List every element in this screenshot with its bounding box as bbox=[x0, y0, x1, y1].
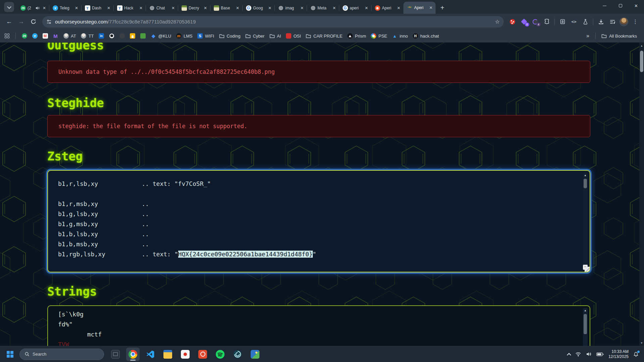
bookmark-item[interactable] bbox=[128, 32, 138, 40]
bookmark-item[interactable]: Hhack.chat bbox=[410, 32, 441, 40]
devtools-code-icon[interactable]: <> bbox=[568, 16, 579, 27]
reading-mode-icon[interactable] bbox=[557, 16, 568, 27]
strings-scrollbar[interactable]: ▲ bbox=[583, 308, 588, 346]
tab-close-icon[interactable]: ✕ bbox=[332, 5, 337, 11]
notification-bell-icon[interactable] bbox=[633, 352, 639, 357]
bookmark-item[interactable]: Prism bbox=[345, 32, 368, 40]
tab-close-icon[interactable]: ✕ bbox=[364, 5, 369, 11]
browser-tab[interactable]: Aperi✕ bbox=[371, 2, 403, 14]
browser-tab[interactable]: THack✕ bbox=[113, 2, 146, 14]
extensions-puzzle-icon[interactable] bbox=[541, 16, 552, 27]
bookmark-item[interactable]: Cyber bbox=[243, 32, 267, 40]
scroll-up-icon[interactable]: ▲ bbox=[583, 173, 588, 178]
resize-grip[interactable] bbox=[585, 267, 590, 272]
back-button[interactable]: ← bbox=[3, 16, 15, 28]
bookmark-item[interactable]: 29 bbox=[19, 32, 30, 40]
downloads-icon[interactable] bbox=[596, 16, 606, 27]
tab-search-button[interactable] bbox=[4, 2, 14, 12]
bookmark-item[interactable]: OSI bbox=[283, 32, 303, 40]
tab-close-icon[interactable]: ✕ bbox=[235, 5, 240, 11]
bookmark-star-icon[interactable]: ☆ bbox=[495, 18, 500, 25]
tab-close-icon[interactable]: ✕ bbox=[170, 5, 176, 11]
scrollbar-thumb[interactable] bbox=[584, 314, 587, 334]
profile-avatar[interactable] bbox=[618, 16, 629, 27]
wifi-icon[interactable] bbox=[575, 352, 581, 357]
taskbar-search[interactable]: Search bbox=[19, 349, 104, 360]
menu-kebab-icon[interactable]: ⋮ bbox=[630, 16, 641, 27]
browser-tab[interactable]: ➤Teleg✕ bbox=[49, 2, 81, 14]
extension-red-icon[interactable] bbox=[507, 16, 518, 27]
reload-button[interactable] bbox=[28, 16, 39, 28]
taskbar-app-orange-app[interactable] bbox=[196, 348, 209, 361]
tab-close-icon[interactable]: ✕ bbox=[299, 5, 305, 11]
taskbar-app-photos[interactable] bbox=[248, 348, 262, 361]
browser-tab[interactable]: Aperi✕ bbox=[403, 2, 436, 14]
tab-close-icon[interactable]: ✕ bbox=[267, 5, 273, 11]
start-button[interactable] bbox=[3, 348, 17, 361]
bookmark-item[interactable]: in bbox=[96, 32, 107, 40]
taskbar-app-chrome[interactable] bbox=[126, 348, 140, 361]
browser-tab[interactable]: Base✕ bbox=[210, 2, 242, 14]
address-bar[interactable]: outhorseyourstego.com/77fcc28c9c8e7a8771… bbox=[42, 16, 504, 28]
bookmark-item[interactable] bbox=[138, 32, 148, 40]
bookmark-item[interactable]: M bbox=[40, 32, 50, 40]
scrollbar-thumb[interactable] bbox=[584, 179, 587, 188]
tab-audio-icon[interactable] bbox=[35, 6, 40, 10]
battery-icon[interactable] bbox=[596, 352, 604, 356]
browser-tab[interactable]: TDash✕ bbox=[81, 2, 113, 14]
site-settings-icon[interactable] bbox=[46, 19, 52, 24]
scroll-up-icon[interactable]: ▲ bbox=[583, 308, 588, 313]
minimize-button[interactable] bbox=[597, 0, 612, 11]
bookmark-item[interactable]: TT bbox=[79, 32, 96, 40]
bookmark-item[interactable]: ➤ bbox=[30, 32, 40, 40]
tab-close-icon[interactable]: ✕ bbox=[428, 5, 434, 10]
browser-tab[interactable]: Meta✕ bbox=[307, 2, 339, 14]
browser-tab[interactable]: 29(2✕ bbox=[17, 2, 49, 14]
bookmark-item[interactable]: CAR PROFILE bbox=[303, 32, 345, 40]
bookmark-item[interactable]: AI bbox=[267, 32, 283, 40]
taskbar-app-spotify[interactable] bbox=[213, 348, 227, 361]
bookmark-item[interactable]: ◆@KLU bbox=[148, 32, 174, 40]
bookmark-item[interactable]: PSE bbox=[368, 32, 390, 40]
strings-output-box[interactable]: [s`\k0gfd%" mctfTVW ▲ bbox=[47, 305, 590, 346]
tab-close-icon[interactable]: ✕ bbox=[106, 5, 111, 11]
taskbar-app-vscode[interactable] bbox=[144, 348, 157, 361]
browser-tab[interactable]: Gaperi✕ bbox=[339, 2, 371, 14]
new-tab-button[interactable]: + bbox=[438, 3, 447, 12]
apps-grid-icon[interactable] bbox=[5, 34, 9, 38]
tab-close-icon[interactable]: ✕ bbox=[42, 5, 47, 11]
browser-tab[interactable]: GGoog✕ bbox=[242, 2, 275, 14]
labs-beaker-icon[interactable] bbox=[580, 16, 591, 27]
bookmarks-overflow-button[interactable]: » bbox=[584, 33, 592, 39]
browser-tab[interactable]: Decry✕ bbox=[178, 2, 210, 14]
tab-close-icon[interactable]: ✕ bbox=[74, 5, 79, 11]
extension-purple-icon[interactable]: 8 bbox=[518, 16, 529, 27]
bookmark-item[interactable] bbox=[107, 32, 117, 40]
extension-profile-icon[interactable]: 4 bbox=[530, 16, 541, 27]
media-queue-icon[interactable] bbox=[607, 16, 618, 27]
browser-tab[interactable]: Chat✕ bbox=[146, 2, 178, 14]
taskbar-app-file-explorer[interactable] bbox=[161, 348, 175, 361]
forward-button[interactable]: → bbox=[15, 16, 27, 28]
scroll-down-icon[interactable]: ▼ bbox=[639, 341, 644, 345]
bookmark-item[interactable]: AT bbox=[61, 32, 79, 40]
taskbar-clock[interactable]: 10:33 AM 12/13/2025 bbox=[608, 349, 629, 359]
taskbar-app-store[interactable] bbox=[179, 348, 192, 361]
all-bookmarks-button[interactable]: All Bookmarks bbox=[599, 32, 639, 40]
taskbar-app-task-window[interactable] bbox=[109, 348, 122, 361]
bookmark-item[interactable]: SWIFI bbox=[195, 32, 216, 40]
bookmark-item[interactable]: ▲inno bbox=[390, 32, 410, 40]
tab-close-icon[interactable]: ✕ bbox=[138, 5, 144, 11]
zsteg-scrollbar[interactable]: ▲ ▼ bbox=[583, 173, 588, 270]
close-button[interactable]: ✕ bbox=[628, 0, 644, 11]
bookmark-item[interactable] bbox=[117, 32, 128, 40]
maximize-button[interactable] bbox=[612, 0, 628, 11]
tab-close-icon[interactable]: ✕ bbox=[396, 5, 401, 11]
tray-chevron-up-icon[interactable] bbox=[567, 353, 571, 356]
scroll-up-icon[interactable]: ▲ bbox=[639, 43, 644, 48]
bookmark-item[interactable]: Coding bbox=[216, 32, 243, 40]
scrollbar-thumb[interactable] bbox=[640, 51, 643, 72]
page-scrollbar[interactable]: ▲ ▼ bbox=[639, 43, 644, 346]
volume-icon[interactable] bbox=[586, 352, 592, 357]
bookmark-item[interactable]: mLMS bbox=[174, 32, 195, 40]
